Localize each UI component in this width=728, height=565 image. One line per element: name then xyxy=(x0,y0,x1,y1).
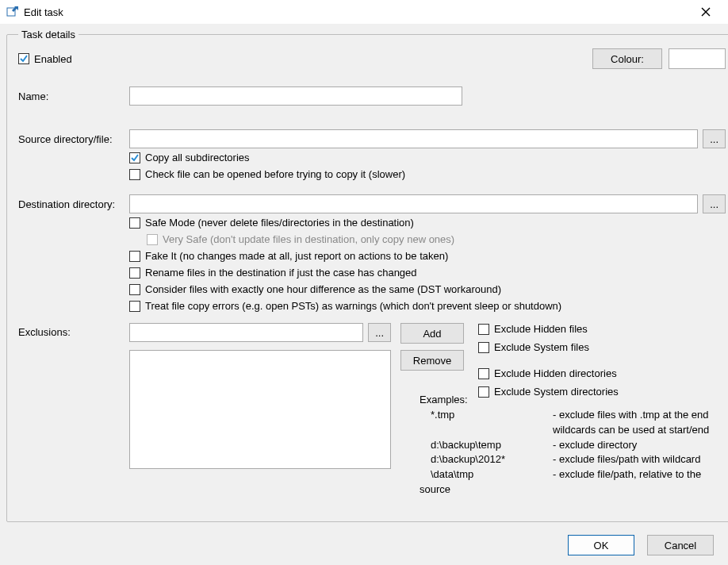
source-input[interactable] xyxy=(129,129,698,148)
name-input[interactable] xyxy=(129,86,462,106)
ok-button[interactable]: OK xyxy=(568,535,634,555)
fake-it-checkbox[interactable]: Fake It (no changes made at all, just re… xyxy=(129,250,726,262)
window-title: Edit task xyxy=(24,6,690,18)
check-file-open-checkbox[interactable]: Check file can be opened before trying t… xyxy=(129,168,726,180)
close-button[interactable] xyxy=(690,1,722,23)
cancel-button[interactable]: Cancel xyxy=(647,535,714,555)
checkbox-box xyxy=(18,53,29,64)
exclude-hidden-dirs-checkbox[interactable]: Exclude Hidden directories xyxy=(478,367,619,379)
dst-workaround-checkbox[interactable]: Consider files with exactly one hour dif… xyxy=(129,283,726,295)
copy-all-subdirs-checkbox[interactable]: Copy all subdirectories xyxy=(129,152,726,163)
exclusions-label: Exclusions: xyxy=(18,323,129,469)
dest-input[interactable] xyxy=(129,194,698,213)
colour-button[interactable]: Colour: xyxy=(592,48,662,69)
exclusion-examples: Examples: *.tmp - exclude files with .tm… xyxy=(420,393,726,498)
exclude-system-files-checkbox[interactable]: Exclude System files xyxy=(478,341,619,353)
colour-swatch[interactable] xyxy=(669,48,726,69)
exclusion-input[interactable] xyxy=(129,323,363,342)
app-icon xyxy=(6,6,19,18)
task-details-group: Task details Enabled Colour: Name: xyxy=(6,29,728,522)
close-icon xyxy=(701,7,711,17)
titlebar: Edit task xyxy=(0,0,728,24)
name-label: Name: xyxy=(18,90,129,102)
dialog-content: Task details Enabled Colour: Name: xyxy=(0,24,728,565)
exclusion-list[interactable] xyxy=(129,350,391,469)
exclude-system-dirs-checkbox[interactable]: Exclude System directories xyxy=(478,386,619,398)
source-browse-button[interactable]: ... xyxy=(703,129,726,148)
exclusion-remove-button[interactable]: Remove xyxy=(400,350,464,371)
safe-mode-checkbox[interactable]: Safe Mode (never delete files/directorie… xyxy=(129,217,726,229)
task-details-legend: Task details xyxy=(18,29,79,40)
exclusion-add-button[interactable]: Add xyxy=(400,323,464,344)
rename-case-checkbox[interactable]: Rename files in the destination if just … xyxy=(129,267,726,279)
source-label: Source directory/file: xyxy=(18,133,129,145)
enabled-label: Enabled xyxy=(34,53,72,65)
enabled-checkbox[interactable]: Enabled xyxy=(18,53,72,65)
dest-browse-button[interactable]: ... xyxy=(703,194,726,213)
very-safe-checkbox: Very Safe (don't update files in destina… xyxy=(147,233,726,245)
treat-errors-warnings-checkbox[interactable]: Treat file copy errors (e.g. open PSTs) … xyxy=(129,300,726,312)
exclusion-browse-button[interactable]: ... xyxy=(368,323,391,342)
exclude-hidden-files-checkbox[interactable]: Exclude Hidden files xyxy=(478,323,619,335)
dest-label: Destination directory: xyxy=(18,198,129,210)
